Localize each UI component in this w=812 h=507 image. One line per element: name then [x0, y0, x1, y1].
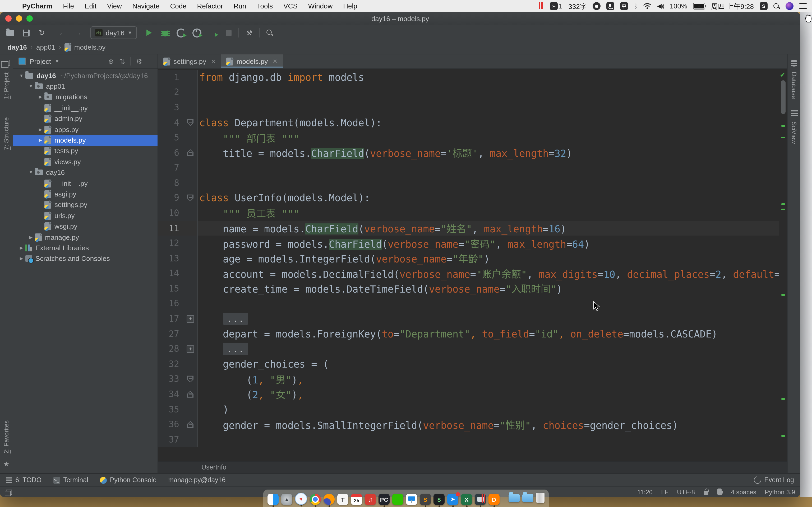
todo-toolwindow-button[interactable]: 6: TODO: [6, 476, 42, 484]
dock-keynote[interactable]: [406, 494, 417, 505]
code-line-28[interactable]: 28+ ...: [158, 341, 787, 356]
menu-window[interactable]: Window: [303, 2, 338, 10]
error-stripe-mark[interactable]: [781, 209, 785, 210]
dock-finder[interactable]: [267, 494, 278, 505]
dock-chrome[interactable]: [310, 494, 321, 505]
menu-pycharm[interactable]: PyCharm: [17, 2, 58, 10]
lock-icon[interactable]: [703, 491, 708, 495]
dock-douyu[interactable]: D: [489, 494, 500, 505]
error-stripe-mark[interactable]: [781, 125, 785, 127]
tool-stripe-project[interactable]: 1: Project: [3, 72, 10, 99]
code-line-1[interactable]: 1from django.db import models: [158, 70, 787, 85]
tree-item-day16[interactable]: ▼day16: [13, 167, 158, 178]
tree-item-migrations[interactable]: ▶migrations: [13, 92, 158, 103]
collapse-all-button[interactable]: ⇅: [119, 57, 125, 65]
bluetooth-icon[interactable]: ᛒ: [634, 2, 638, 10]
settings-wrench-button[interactable]: ⚒: [244, 27, 255, 39]
run-button[interactable]: [144, 27, 155, 39]
breadcrumb-item-day16[interactable]: day16: [7, 43, 27, 51]
tree-expand-arrow[interactable]: ▶: [38, 95, 43, 100]
dock-thunder[interactable]: ➤: [447, 494, 458, 505]
project-panel-header[interactable]: Project ▼ ⊕ ⇅ ⚙ —: [13, 54, 158, 69]
dock-folder-1[interactable]: [509, 494, 520, 502]
code-line-33[interactable]: 33 (1, "男"),: [158, 372, 787, 387]
shottr-app-icon[interactable]: S: [760, 2, 768, 10]
scrollbar-thumb[interactable]: [781, 80, 785, 114]
messenger-badge-icon[interactable]: ➢1: [550, 2, 562, 10]
menu-tools[interactable]: Tools: [252, 2, 278, 10]
tree-item-asgi.py[interactable]: asgi.py: [13, 189, 158, 200]
dock-trash[interactable]: [536, 493, 545, 503]
save-all-button[interactable]: [20, 27, 32, 39]
editor-scrollbar[interactable]: ✔: [779, 69, 787, 461]
input-method-icon[interactable]: 中: [620, 2, 628, 10]
inspections-hector-icon[interactable]: [717, 491, 722, 495]
fold-expand-icon[interactable]: +: [184, 315, 197, 323]
code-line-12[interactable]: 12 password = models.CharField(verbose_n…: [158, 236, 787, 251]
fold-marker-icon[interactable]: [184, 421, 197, 428]
hide-panel-button[interactable]: —: [148, 57, 154, 65]
folded-region[interactable]: ...: [223, 313, 248, 325]
caret-position[interactable]: 11:20: [637, 488, 653, 496]
tab-models.py[interactable]: models.py✕: [221, 54, 283, 68]
tree-collapse-arrow[interactable]: ▼: [28, 84, 34, 89]
dock-typora[interactable]: T: [337, 494, 348, 505]
indent-setting[interactable]: 4 spaces: [731, 488, 756, 496]
menu-run[interactable]: Run: [229, 2, 252, 10]
editor-bottom-breadcrumb[interactable]: UserInfo: [158, 461, 787, 473]
line-ending[interactable]: LF: [661, 488, 668, 496]
dock-sublime[interactable]: S: [420, 494, 431, 505]
code-line-36[interactable]: 36 gender = models.SmallIntegerField(ver…: [158, 417, 787, 432]
dock-firefox[interactable]: [323, 494, 335, 505]
dock-terminal[interactable]: $: [434, 494, 445, 505]
tree-item-__init__.py[interactable]: __init__.py: [13, 103, 158, 113]
dock-folder-2[interactable]: [522, 494, 534, 502]
open-folder-button[interactable]: [4, 27, 16, 39]
toolwindow-switcher-icon[interactable]: [6, 489, 12, 494]
code-line-9[interactable]: 9class UserInfo(models.Model):: [158, 190, 787, 206]
tree-item-Scratches-and-Consoles[interactable]: ▶Scratches and Consoles: [13, 253, 158, 264]
fold-expand-icon[interactable]: +: [184, 345, 197, 352]
event-log-button[interactable]: Event Log: [754, 476, 794, 484]
code-line-32[interactable]: 32 gender_choices = (: [158, 356, 787, 372]
code-line-27[interactable]: 27 depart = models.ForeignKey(to="Depart…: [158, 326, 787, 341]
spotlight-search-icon[interactable]: [773, 3, 780, 9]
search-everywhere-button[interactable]: [264, 27, 276, 39]
code-line-8[interactable]: 8: [158, 175, 787, 190]
tree-item-apps.py[interactable]: ▶apps.py: [13, 124, 158, 135]
code-line-10[interactable]: 10 """ 员工表 """: [158, 206, 787, 221]
stop-button[interactable]: [223, 27, 235, 39]
debug-button[interactable]: [159, 27, 171, 39]
wifi-icon[interactable]: [643, 3, 651, 9]
forward-button[interactable]: →: [72, 27, 84, 39]
emoji-app-icon[interactable]: ☻: [593, 2, 601, 10]
fold-marker-icon[interactable]: [184, 376, 197, 383]
code-line-11[interactable]: 11 name = models.CharField(verbose_name=…: [158, 221, 787, 236]
dock-wechat[interactable]: [392, 494, 403, 505]
error-stripe-mark[interactable]: [781, 294, 785, 296]
code-line-35[interactable]: 35 ): [158, 402, 787, 417]
tree-expand-arrow[interactable]: ▶: [18, 245, 24, 250]
panel-settings-gear-icon[interactable]: ⚙: [136, 57, 142, 65]
tree-expand-arrow[interactable]: ▶: [18, 257, 24, 261]
menubar-clock[interactable]: 周四 上午9:28: [711, 1, 754, 11]
tree-collapse-arrow[interactable]: ▼: [18, 73, 24, 78]
code-line-3[interactable]: 3: [158, 100, 787, 115]
code-line-2[interactable]: 2: [158, 85, 787, 100]
tree-item-day16[interactable]: ▼day16~/PycharmProjects/gx/day16: [13, 70, 158, 81]
microphone-icon[interactable]: [606, 2, 614, 10]
dock-pycharm[interactable]: PC: [378, 494, 390, 505]
code-line-6[interactable]: 6 title = models.CharField(verbose_name=…: [158, 145, 787, 160]
locate-file-button[interactable]: ⊕: [108, 57, 114, 65]
breadcrumb-item-models.py[interactable]: models.py: [65, 43, 106, 51]
tree-item-views.py[interactable]: views.py: [13, 156, 158, 167]
tool-stripe-favorites[interactable]: 2: Favorites: [3, 420, 10, 454]
tree-item-urls.py[interactable]: urls.py: [13, 210, 158, 221]
menu-help[interactable]: Help: [338, 2, 363, 10]
folded-region[interactable]: ...: [223, 343, 248, 355]
code-line-7[interactable]: 7: [158, 160, 787, 175]
back-button[interactable]: ←: [57, 27, 68, 39]
tree-item-settings.py[interactable]: settings.py: [13, 200, 158, 210]
error-stripe-mark[interactable]: [781, 435, 785, 437]
screen-recording-indicator-icon[interactable]: [539, 2, 544, 10]
